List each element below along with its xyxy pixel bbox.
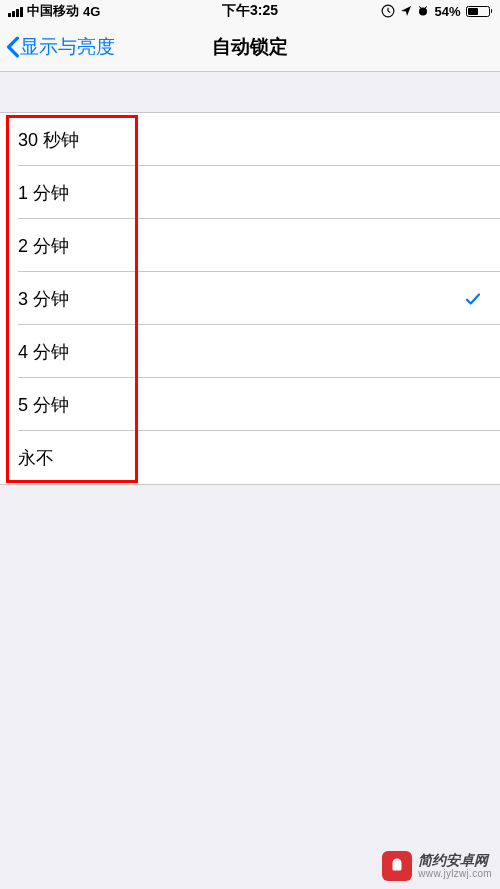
option-label: 5 分钟 [18, 393, 69, 417]
svg-point-1 [419, 8, 427, 16]
status-time: 下午3:25 [222, 2, 278, 20]
option-row[interactable]: 1 分钟 [0, 166, 500, 219]
chevron-left-icon [6, 36, 20, 58]
alarm-icon [417, 5, 429, 17]
option-row[interactable]: 5 分钟 [0, 378, 500, 431]
watermark-title: 简约安卓网 [418, 853, 492, 868]
option-label: 1 分钟 [18, 181, 69, 205]
network-label: 4G [83, 4, 100, 19]
content: 30 秒钟1 分钟2 分钟3 分钟4 分钟5 分钟永不 [0, 112, 500, 485]
checkmark-icon [464, 290, 482, 308]
battery-percent: 54% [434, 4, 460, 19]
back-button[interactable]: 显示与亮度 [0, 34, 115, 60]
nav-bar: 显示与亮度 自动锁定 [0, 22, 500, 72]
page-title: 自动锁定 [212, 34, 288, 60]
option-label: 30 秒钟 [18, 128, 79, 152]
option-row[interactable]: 2 分钟 [0, 219, 500, 272]
back-label: 显示与亮度 [20, 34, 115, 60]
option-label: 2 分钟 [18, 234, 69, 258]
option-label: 3 分钟 [18, 287, 69, 311]
watermark-url: www.jylzwj.com [418, 868, 492, 879]
battery-icon [466, 6, 493, 17]
carrier-label: 中国移动 [27, 2, 79, 20]
status-left: 中国移动 4G [8, 2, 100, 20]
signal-icon [8, 6, 23, 17]
watermark: 简约安卓网 www.jylzwj.com [382, 851, 492, 881]
option-label: 永不 [18, 446, 54, 470]
option-row[interactable]: 3 分钟 [0, 272, 500, 325]
option-row[interactable]: 永不 [0, 431, 500, 484]
option-label: 4 分钟 [18, 340, 69, 364]
lock-rotation-icon [381, 4, 395, 18]
status-bar: 中国移动 4G 下午3:25 54% [0, 0, 500, 22]
location-icon [400, 5, 412, 17]
options-list: 30 秒钟1 分钟2 分钟3 分钟4 分钟5 分钟永不 [0, 112, 500, 485]
status-right: 54% [381, 4, 492, 19]
watermark-logo-icon [382, 851, 412, 881]
option-row[interactable]: 4 分钟 [0, 325, 500, 378]
option-row[interactable]: 30 秒钟 [0, 113, 500, 166]
